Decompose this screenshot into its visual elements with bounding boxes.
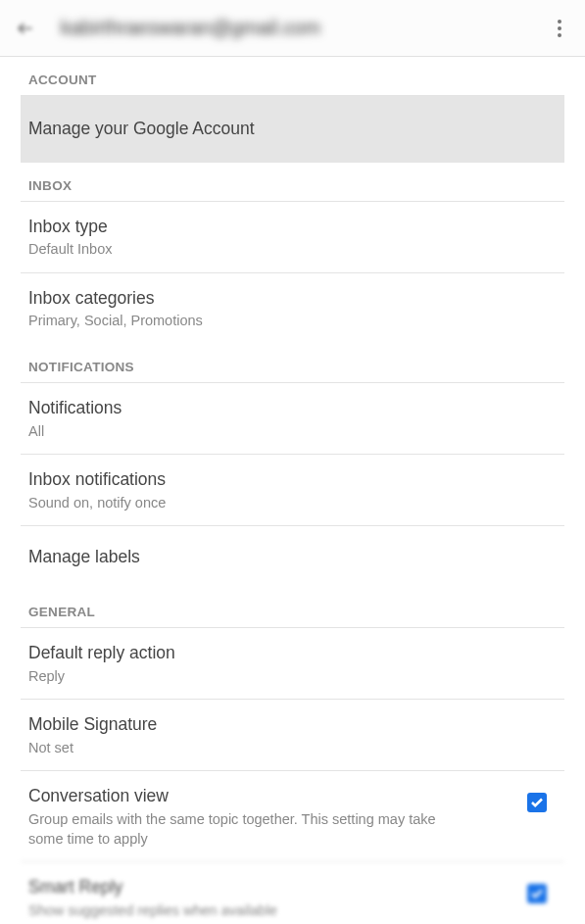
manage-google-account-row[interactable]: Manage your Google Account: [21, 95, 564, 163]
manage-labels-label: Manage labels: [28, 546, 557, 569]
manage-labels-row[interactable]: Manage labels: [21, 525, 564, 589]
svg-point-0: [558, 20, 561, 24]
default-reply-row[interactable]: Default reply action Reply: [21, 627, 564, 699]
conversation-view-row[interactable]: Conversation view Group emails with the …: [21, 770, 564, 861]
inbox-type-value: Default Inbox: [28, 240, 557, 260]
section-header-inbox: INBOX: [21, 163, 564, 201]
default-reply-title: Default reply action: [28, 642, 557, 665]
inbox-categories-value: Primary, Social, Promotions: [28, 312, 557, 331]
conversation-view-desc: Group emails with the same topic togethe…: [28, 810, 440, 849]
inbox-type-title: Inbox type: [28, 216, 557, 239]
inbox-categories-row[interactable]: Inbox categories Primary, Social, Promot…: [21, 272, 564, 344]
overflow-menu-icon[interactable]: [548, 17, 571, 40]
mobile-signature-title: Mobile Signature: [28, 713, 557, 737]
settings-list: ACCOUNT Manage your Google Account INBOX…: [0, 57, 585, 924]
smart-reply-checkbox[interactable]: [527, 884, 547, 903]
conversation-view-title: Conversation view: [28, 785, 508, 808]
notifications-value: All: [28, 422, 557, 442]
appbar-title: kabirthraeswaran@gmail.com: [61, 17, 548, 39]
inbox-notifications-row[interactable]: Inbox notifications Sound on, notify onc…: [21, 454, 564, 525]
mobile-signature-value: Not set: [28, 739, 557, 758]
conversation-view-checkbox[interactable]: [527, 793, 547, 812]
manage-google-account-label: Manage your Google Account: [28, 118, 557, 141]
inbox-notifications-value: Sound on, notify once: [28, 494, 557, 513]
notifications-title: Notifications: [28, 397, 557, 420]
inbox-type-row[interactable]: Inbox type Default Inbox: [21, 201, 564, 272]
inbox-categories-title: Inbox categories: [28, 287, 557, 311]
smart-reply-title: Smart Reply: [28, 876, 508, 900]
notifications-row[interactable]: Notifications All: [21, 382, 564, 454]
inbox-notifications-title: Inbox notifications: [28, 468, 557, 492]
back-arrow-icon[interactable]: [14, 17, 37, 40]
default-reply-value: Reply: [28, 667, 557, 687]
mobile-signature-row[interactable]: Mobile Signature Not set: [21, 699, 564, 770]
section-header-account: ACCOUNT: [21, 57, 564, 95]
svg-point-1: [558, 26, 561, 30]
svg-point-2: [558, 33, 561, 37]
smart-reply-desc: Show suggested replies when available: [28, 901, 508, 921]
section-header-general: GENERAL: [21, 589, 564, 627]
section-header-notifications: NOTIFICATIONS: [21, 344, 564, 382]
smart-reply-row[interactable]: Smart Reply Show suggested replies when …: [21, 861, 564, 924]
appbar: kabirthraeswaran@gmail.com: [0, 0, 585, 57]
